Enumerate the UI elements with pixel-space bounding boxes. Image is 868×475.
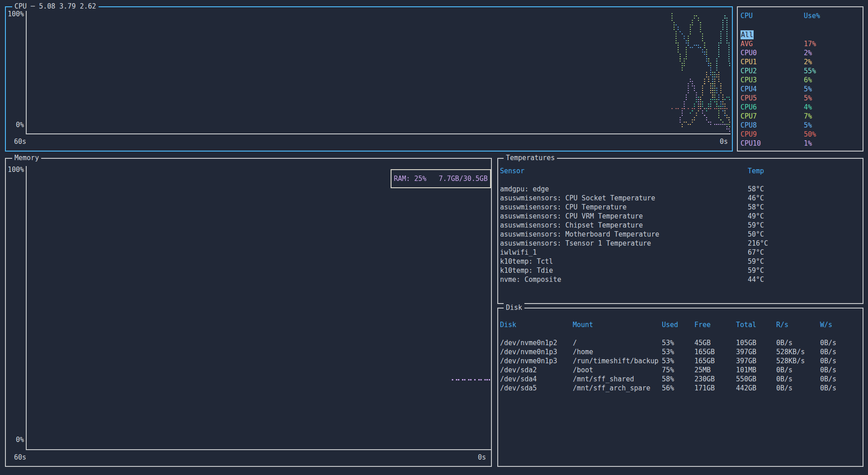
disk-cell: 397GB: [736, 356, 756, 366]
temp-sensor-name: asuswmisensors: CPU Temperature: [500, 203, 627, 212]
disk-cell: 25MB: [694, 366, 711, 375]
temp-sensor-name: nvme: Composite: [500, 275, 561, 284]
temp-sensor-name: asuswmisensors: Tsensor 1 Temperature: [500, 239, 651, 248]
temp-value: 216°C: [748, 239, 768, 248]
disk-cell: /mnt/sff_arch_spare: [573, 384, 651, 393]
cpu-legend-label[interactable]: AVG: [741, 39, 753, 48]
disk-header-mount: Mount: [573, 320, 593, 329]
memory-panel-title: Memory: [12, 153, 41, 162]
disk-cell: 0B/s: [776, 366, 793, 375]
cpu-panel[interactable]: CPU ─ 5.08 3.79 2.62 100% 0% 60s 0s: [5, 6, 733, 152]
temp-sensor-name: k10temp: Tctl: [500, 257, 553, 266]
disk-cell: 0B/s: [820, 366, 836, 375]
cpu-legend-value: 2%: [804, 57, 812, 66]
disk-cell: /: [573, 338, 577, 347]
temp-sensor-name: k10temp: Tdie: [500, 266, 553, 275]
memory-y-max-label: 100%: [6, 165, 24, 174]
disk-cell: 53%: [662, 347, 674, 356]
cpu-legend-label[interactable]: CPU2: [741, 66, 757, 76]
memory-x-left-label: 60s: [14, 453, 26, 462]
disk-cell: 45GB: [694, 338, 711, 347]
cpu-legend-value: 4%: [804, 103, 812, 112]
temp-value: 59°C: [748, 266, 764, 275]
disk-cell: 171GB: [694, 384, 715, 393]
temp-sensor-name: asuswmisensors: Motherboard Temperature: [500, 230, 659, 239]
disk-cell: 58%: [662, 375, 674, 384]
disk-panel[interactable]: Disk DiskMountUsedFreeTotalR/sW/s /dev/n…: [497, 308, 863, 467]
cpu-legend-label[interactable]: CPU7: [741, 112, 757, 121]
memory-x-right-label: 0s: [478, 453, 486, 462]
cpu-y-min-label: 0%: [6, 120, 24, 129]
disk-cell: 442GB: [736, 384, 756, 393]
disk-cell: 550GB: [736, 375, 756, 384]
disk-cell: 397GB: [736, 347, 756, 356]
cpu-legend-value: 17%: [804, 39, 816, 48]
disk-cell: /mnt/sff_shared: [573, 375, 634, 384]
disk-cell: /dev/nvme0n1p2: [500, 338, 557, 347]
temp-value: 67°C: [748, 248, 764, 257]
temp-sensor-name: amdgpu: edge: [500, 185, 549, 194]
cpu-legend-value: 1%: [804, 139, 812, 148]
cpu-legend-value: 5%: [804, 94, 812, 103]
memory-x-axis: [26, 449, 491, 450]
cpu-panel-title: CPU ─ 5.08 3.79 2.62: [12, 2, 99, 11]
disk-cell: 165GB: [694, 347, 715, 356]
cpu-usage-chart: [27, 11, 730, 133]
cpu-legend-label[interactable]: CPU1: [741, 57, 757, 66]
disk-cell: 528KB/s: [776, 356, 805, 366]
disk-cell: /dev/sda5: [500, 384, 537, 393]
disk-cell: 0B/s: [820, 338, 836, 347]
temp-value: 59°C: [748, 257, 764, 266]
disk-header-total: Total: [736, 320, 756, 329]
disk-cell: 0B/s: [776, 375, 793, 384]
cpu-legend-value: 50%: [804, 130, 816, 139]
disk-cell: /dev/nvme0n1p3: [500, 347, 557, 356]
disk-cell: 0B/s: [820, 347, 836, 356]
disk-header-ws: W/s: [820, 320, 832, 329]
cpu-legend-label[interactable]: CPU3: [741, 76, 757, 85]
cpu-legend-label[interactable]: CPU9: [741, 130, 757, 139]
temp-sensor-name: asuswmisensors: Chipset Temperature: [500, 221, 643, 230]
temp-value: 59°C: [748, 221, 764, 230]
cpu-legend-label[interactable]: CPU4: [741, 85, 757, 94]
cpu-legend-label[interactable]: CPU6: [741, 103, 757, 112]
cpu-legend-value: 55%: [804, 66, 816, 76]
cpu-y-max-label: 100%: [6, 10, 24, 19]
disk-cell: 0B/s: [820, 356, 836, 366]
temp-value: 58°C: [748, 203, 764, 212]
temperatures-panel-title: Temperatures: [504, 153, 557, 162]
cpu-legend-label[interactable]: CPU0: [741, 48, 757, 57]
memory-usage-chart: [27, 166, 490, 449]
cpu-x-axis: [26, 133, 731, 134]
cpu-x-right-label: 0s: [720, 137, 728, 146]
disk-cell: 230GB: [694, 375, 715, 384]
temp-sensor-name: asuswmisensors: CPU VRM Temperature: [500, 212, 643, 221]
cpu-legend-label[interactable]: CPU5: [741, 94, 757, 103]
disk-cell: 0B/s: [820, 384, 836, 393]
disk-cell: 0B/s: [776, 338, 793, 347]
cpu-legend-label[interactable]: CPU10: [741, 139, 761, 148]
temps-header-temp: Temp: [748, 166, 764, 176]
disk-cell: 53%: [662, 338, 674, 347]
temp-value: 44°C: [748, 275, 764, 284]
disk-cell: 56%: [662, 384, 674, 393]
disk-header-disk: Disk: [500, 320, 516, 329]
system-monitor-screen: { "theme": { "background": "#212837", "p…: [0, 0, 868, 475]
temp-sensor-name: asuswmisensors: CPU Socket Temperature: [500, 194, 655, 203]
temp-sensor-name: iwlwifi_1: [500, 248, 537, 257]
cpu-legend-label[interactable]: All: [741, 30, 754, 39]
cpu-legend-value: 7%: [804, 112, 812, 121]
disk-cell: 0B/s: [776, 384, 793, 393]
disk-cell: 528KB/s: [776, 347, 805, 356]
cpu-legend-label[interactable]: CPU8: [741, 121, 757, 130]
cpu-legend-header-use: Use%: [804, 11, 820, 20]
cpu-legend-value: 5%: [804, 121, 812, 130]
disk-cell: /dev/nvme0n1p3: [500, 356, 557, 366]
temp-value: 46°C: [748, 194, 764, 203]
disk-cell: /run/timeshift/backup: [573, 356, 659, 366]
memory-panel[interactable]: Memory 100% 0% 60s 0s RAM: 25% 7.7GB/30.…: [5, 158, 492, 467]
cpu-legend-value: 2%: [804, 48, 812, 57]
cpu-legend-panel[interactable]: CPU Use% AllAVG17%CPU02%CPU12%CPU255%CPU…: [737, 6, 863, 152]
temperatures-panel[interactable]: Temperatures Sensor Temp amdgpu: edge58°…: [497, 158, 863, 304]
disk-cell: 101MB: [736, 366, 756, 375]
